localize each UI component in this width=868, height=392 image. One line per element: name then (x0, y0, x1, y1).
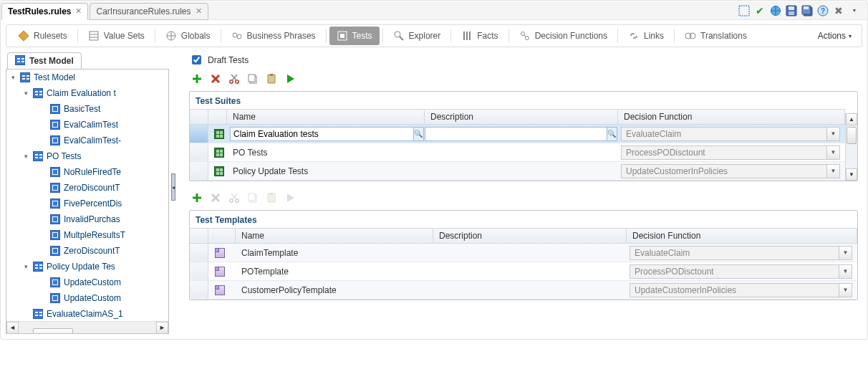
tree-node[interactable]: ▾Test Model (6, 70, 168, 85)
tree-node[interactable]: ▾PO Tests (6, 148, 168, 164)
tree-node[interactable]: MultpleResultsT (6, 227, 168, 243)
row-selector[interactable] (190, 162, 208, 180)
file-tab-carinsurance[interactable]: CarInsuranceRules.rules ✕ (90, 3, 208, 20)
scroll-left-icon[interactable]: ◄ (6, 322, 19, 334)
description-header[interactable]: Description (433, 229, 627, 243)
name-cell[interactable]: ClaimTemplate (236, 244, 433, 262)
validate-icon[interactable]: ✔ (753, 4, 766, 17)
name-cell[interactable]: CustomerPolicyTemplate (236, 281, 433, 299)
collapse-icon[interactable]: ▾ (22, 153, 29, 160)
name-cell[interactable]: POTemplate (236, 262, 433, 280)
scroll-right-icon[interactable]: ► (156, 322, 168, 334)
save-icon[interactable] (785, 4, 798, 17)
tree-node[interactable]: ZeroDiscountT (6, 243, 168, 259)
description-cell[interactable] (433, 244, 627, 262)
horizontal-scrollbar[interactable]: ◄ ► (6, 321, 168, 333)
draft-tests-checkbox[interactable] (192, 55, 201, 64)
run-button[interactable] (282, 71, 298, 87)
chevron-down-icon[interactable]: ▼ (827, 127, 840, 141)
description-cell[interactable] (433, 281, 627, 299)
tree-node[interactable]: BasicTest (6, 101, 168, 117)
cut-button[interactable] (226, 71, 242, 87)
description-cell[interactable] (433, 262, 627, 280)
name-header[interactable]: Name (236, 229, 433, 243)
close-icon[interactable]: ✕ (196, 6, 202, 16)
decisionfunction-select[interactable]: UpdateCustomerInPolicies▼ (630, 283, 852, 297)
select-all-header[interactable] (190, 110, 208, 124)
description-header[interactable]: Description (425, 110, 618, 124)
tree-node[interactable]: ▾Claim Evaluation t (6, 85, 168, 101)
globe-icon[interactable] (769, 4, 782, 17)
chevron-down-icon[interactable]: ▼ (827, 164, 840, 178)
delete-button[interactable] (208, 71, 223, 87)
tree-view[interactable]: ▾Test Model▾Claim Evaluation tBasicTestE… (6, 70, 168, 322)
table-row[interactable]: PO TestsProcessPODisctount▼ (190, 143, 845, 162)
tree-node[interactable]: UpdateCustom (6, 274, 168, 290)
description-input[interactable] (425, 127, 607, 141)
vertical-scrollbar[interactable]: ▲ ▼ (845, 113, 857, 181)
tab-rulesets[interactable]: Rulesets (11, 27, 74, 45)
decisionfunction-select[interactable]: EvaluateClaim▼ (621, 127, 840, 141)
close-icon[interactable]: ✕ (75, 6, 82, 16)
tab-businessphrases[interactable]: Business Phrases (224, 27, 323, 45)
decisionfunction-select[interactable]: EvaluateClaim▼ (630, 246, 852, 260)
actions-menu[interactable]: Actions ▾ (812, 31, 857, 41)
tree-node[interactable]: ▾Policy Update Tes (6, 259, 168, 274)
collapse-handle-icon[interactable]: ◄ (171, 173, 175, 201)
help-icon[interactable]: ? (816, 4, 829, 17)
tab-globals[interactable]: Globals (158, 27, 218, 45)
close-editor-icon[interactable]: ✖ (832, 4, 845, 17)
scroll-down-icon[interactable]: ▼ (846, 168, 857, 181)
table-row[interactable]: ClaimTemplateEvaluateClaim▼ (190, 244, 857, 262)
decisionfunction-select[interactable]: UpdateCustomerInPolicies▼ (621, 164, 840, 178)
decisionfunction-header[interactable]: Decision Function (618, 110, 845, 124)
tab-tests[interactable]: Tests (329, 27, 380, 45)
row-selector[interactable] (190, 143, 208, 161)
select-all-header[interactable] (190, 229, 208, 243)
chevron-down-icon[interactable]: ▼ (827, 145, 840, 160)
tab-translations[interactable]: Translations (677, 27, 754, 45)
add-button[interactable] (189, 190, 205, 206)
description-cell[interactable] (425, 162, 618, 180)
decisionfunction-select[interactable]: ProcessPODisctount▼ (630, 264, 852, 279)
name-input[interactable] (230, 127, 414, 141)
scroll-thumb[interactable] (33, 328, 73, 334)
file-tab-testrules[interactable]: TestRules.rules ✕ (1, 3, 88, 20)
lookup-icon[interactable]: 🔍 (607, 127, 617, 141)
tab-links[interactable]: Links (621, 27, 671, 45)
decisionfunction-cell[interactable]: EvaluateClaim▼ (618, 125, 845, 143)
dropdown-caret-icon[interactable]: ▾ (848, 4, 861, 17)
lookup-icon[interactable]: 🔍 (413, 127, 424, 141)
row-selector[interactable] (190, 281, 208, 299)
tree-node[interactable]: InvalidPurchas (6, 211, 168, 227)
table-row[interactable]: 🔍🔍EvaluateClaim▼ (190, 125, 845, 143)
collapse-icon[interactable]: ▾ (22, 263, 29, 270)
decisionfunction-cell[interactable]: ProcessPODisctount▼ (627, 262, 857, 280)
scroll-up-icon[interactable]: ▲ (846, 113, 857, 125)
chevron-down-icon[interactable]: ▼ (839, 264, 852, 279)
tree-node[interactable]: UpdateCustom (6, 290, 168, 306)
tree-node[interactable]: NoRuleFiredTe (6, 164, 168, 180)
edit-icon[interactable] (738, 4, 751, 17)
chevron-down-icon[interactable]: ▼ (839, 283, 852, 297)
chevron-down-icon[interactable]: ▼ (839, 246, 852, 260)
tree-node[interactable]: ZeroDiscountT (6, 180, 168, 196)
paste-button[interactable] (264, 71, 279, 87)
row-selector[interactable] (190, 262, 208, 280)
collapse-icon[interactable]: ▾ (22, 90, 29, 97)
tree-node[interactable]: EvalCalimTest- (6, 133, 168, 148)
table-row[interactable]: POTemplateProcessPODisctount▼ (190, 262, 857, 281)
row-selector[interactable] (190, 244, 208, 262)
name-cell[interactable]: 🔍 (227, 125, 425, 143)
description-cell[interactable] (425, 143, 618, 161)
name-cell[interactable]: Policy Update Tests (227, 162, 425, 180)
name-header[interactable]: Name (227, 110, 425, 124)
copy-button[interactable] (245, 71, 261, 87)
tab-explorer[interactable]: Explorer (386, 27, 448, 45)
tab-valuesets[interactable]: Value Sets (81, 27, 152, 45)
tree-node[interactable]: EvaluateClaimAS_1 (6, 306, 168, 322)
tab-facts[interactable]: Facts (454, 27, 505, 45)
scroll-thumb[interactable] (847, 127, 857, 144)
tab-decisionfunctions[interactable]: Decision Functions (512, 27, 614, 45)
table-row[interactable]: CustomerPolicyTemplateUpdateCustomerInPo… (190, 281, 857, 300)
